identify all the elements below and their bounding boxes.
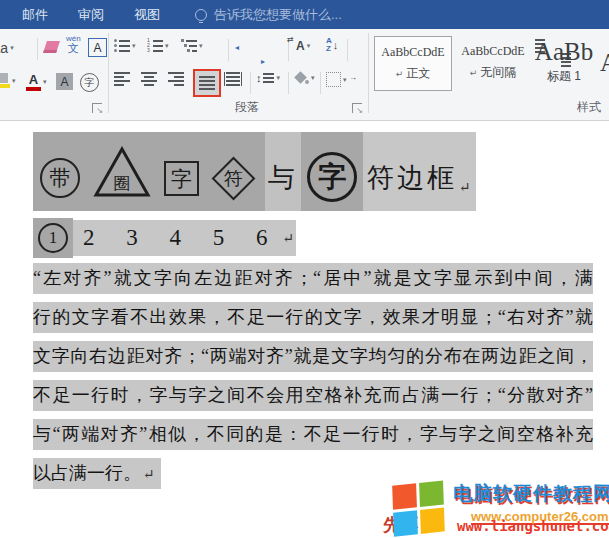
selected-segment-dark: 带 圈 字 符	[33, 132, 265, 211]
asian-layout-button[interactable]: ⇄A ▾	[296, 39, 310, 53]
bullets-button[interactable]: ▾	[114, 39, 136, 52]
sort-button[interactable]: AZ ↓	[326, 37, 338, 53]
styles-group-label: 样式	[577, 99, 601, 116]
font-dialog-launcher[interactable]: ↘	[92, 103, 102, 113]
left-arrow-icon: ◂	[235, 43, 239, 52]
chevron-down-icon: ▾	[165, 42, 169, 50]
diamond-enclosed-char: 符	[212, 157, 256, 201]
circled-number: 1	[38, 223, 68, 253]
phonetic-guide-button[interactable]: wén 文	[66, 35, 81, 54]
return-mark-icon: ↵	[470, 68, 478, 78]
numbering-icon: 1 2 3	[147, 39, 163, 52]
style-preview: A	[600, 52, 609, 74]
enclose-characters-button[interactable]: 字	[80, 73, 99, 92]
paragraph-line[interactable]: 以占满一行。↵	[33, 458, 161, 489]
tab-review[interactable]: 审阅	[63, 0, 119, 29]
chevron-down-icon: ▾	[12, 77, 16, 85]
distribute-icon	[224, 72, 242, 86]
ribbon-tab-bar: 邮件 审阅 视图 告诉我您想要做什么...	[0, 0, 609, 29]
sort-icon: AZ ↓	[326, 37, 338, 53]
paragraph-dialog-launcher[interactable]: ↘	[352, 103, 362, 113]
enclosed-characters-line[interactable]: 带 圈 字 符 与 字 符边框 ↵	[33, 132, 476, 211]
enclose-characters-icon: 字	[80, 73, 99, 92]
paragraph-line[interactable]: “左对齐”就文字向左边距对齐；“居中”就是文字显示到中间，满	[33, 263, 593, 294]
paragraph-return-mark: ↵	[283, 230, 295, 247]
paragraph-group-label: 段落	[235, 99, 259, 116]
style-normal[interactable]: AaBbCcDdE ↵正文	[374, 36, 452, 91]
paragraph-line[interactable]: 与“两端对齐”相似，不同的是：不足一行时，字与字之间空格补充	[33, 419, 593, 450]
arrow-icon: →	[349, 73, 357, 82]
style-name: ↵无间隔	[470, 64, 517, 81]
plain-text: 符边框	[367, 160, 457, 196]
svg-text:圈: 圈	[114, 174, 131, 193]
tell-me-text: 告诉我您想要做什么...	[214, 6, 342, 24]
change-case-button[interactable]: Aa▾	[0, 40, 14, 56]
paragraph-line[interactable]: 行的文字看不出效果，不足一行的文字，效果才明显；“右对齐”就	[33, 302, 593, 333]
justify-button[interactable]	[193, 69, 221, 97]
style-no-spacing[interactable]: AaBbCcDdE ↵无间隔	[455, 36, 531, 89]
align-center-icon	[141, 72, 157, 86]
font-color-icon: A	[26, 73, 41, 91]
justify-icon	[199, 76, 215, 90]
site-logo-icon	[392, 480, 446, 537]
distribute-button[interactable]	[224, 72, 242, 86]
character-shading-icon: A	[56, 73, 73, 90]
tab-mailings[interactable]: 邮件	[7, 0, 63, 29]
character-border-icon: A	[88, 38, 107, 57]
chevron-down-icon: ▾	[132, 42, 136, 50]
watermark-url-2: www.liangshunet.com	[457, 518, 609, 534]
watermark-site-name: 电脑软硬件教程网	[453, 481, 609, 507]
borders-button[interactable]: ▾	[326, 72, 347, 87]
eraser-icon	[43, 41, 60, 53]
character-border-button[interactable]: A	[88, 38, 107, 57]
chevron-down-icon: ▾	[43, 78, 47, 86]
chevron-down-icon: ▾	[311, 74, 315, 82]
align-left-button[interactable]	[114, 72, 130, 86]
style-partial[interactable]: A	[599, 36, 609, 89]
align-left-icon	[114, 72, 130, 86]
tab-view[interactable]: 视图	[119, 0, 175, 29]
document-area[interactable]: 带 圈 字 符 与 字 符边框 ↵ 1 2 3 4 5 6 ↵ “左对齐	[0, 121, 609, 538]
selected-segment-light: 2 3 4 5 6 ↵	[73, 220, 296, 256]
body-paragraph[interactable]: “左对齐”就文字向左边距对齐；“居中”就是文字显示到中间，满 行的文字看不出效果…	[33, 263, 593, 497]
numbering-button[interactable]: 1 2 3 ▾	[147, 39, 169, 52]
lightbulb-icon	[195, 9, 207, 21]
return-mark-icon: ↵	[396, 69, 404, 79]
style-preview: AaBbCcDdE	[461, 44, 524, 59]
selected-segment-dark: 1	[33, 218, 73, 258]
character-shading-button[interactable]: A	[56, 73, 73, 90]
watermark: 先不 电脑软硬件教程网 www.computer26.com www.liang…	[383, 481, 609, 538]
clear-formatting-button[interactable]	[45, 41, 58, 53]
selected-segment-dark: 字	[301, 132, 363, 211]
watermark-text-block: 电脑软硬件教程网 www.computer26.com www.liangshu…	[453, 481, 609, 534]
line-spacing-button[interactable]: ↕ ▾	[256, 72, 280, 84]
updown-arrow-icon: ↕	[256, 72, 262, 84]
change-case-icon: Aa	[0, 40, 8, 56]
align-center-button[interactable]	[141, 72, 157, 86]
phonetic-guide-icon: wén 文	[66, 35, 81, 54]
justify-annotation-box	[193, 69, 221, 97]
multilevel-list-button[interactable]: ▾	[181, 39, 203, 52]
numbered-line[interactable]: 1 2 3 4 5 6 ↵	[33, 218, 296, 258]
text-highlight-button[interactable]: ▾	[0, 73, 16, 88]
chevron-down-icon: ▾	[307, 42, 311, 50]
align-right-button[interactable]	[168, 72, 184, 86]
bullets-icon	[114, 39, 130, 52]
right-arrow-icon: ▸	[261, 57, 265, 66]
paragraph-line[interactable]: 不足一行时，字与字之间不会用空格补充而占满一行；“分散对齐”	[33, 380, 593, 411]
align-right-icon	[168, 72, 184, 86]
line-spacing-icon	[263, 73, 274, 83]
style-preview: AaBb	[535, 41, 593, 63]
shading-button[interactable]: ▾	[294, 72, 315, 84]
font-color-button[interactable]: A ▾	[26, 73, 47, 91]
chevron-down-icon: ▾	[10, 44, 14, 52]
tell-me-box[interactable]: 告诉我您想要做什么...	[195, 6, 342, 24]
plain-char: 与	[268, 160, 298, 196]
chevron-down-icon: ▾	[199, 42, 203, 50]
paragraph-line[interactable]: 文字向右边距对齐；“两端对齐”就是文字均匀的分布在两边距之间，	[33, 341, 593, 372]
square-enclosed-char: 字	[164, 161, 199, 196]
style-preview: AaBbCcDdE	[381, 45, 444, 60]
style-heading1[interactable]: AaBb 标题 1	[533, 36, 595, 89]
circle-enclosed-char: 带	[40, 158, 80, 198]
selected-segment-light: 与	[265, 132, 301, 211]
